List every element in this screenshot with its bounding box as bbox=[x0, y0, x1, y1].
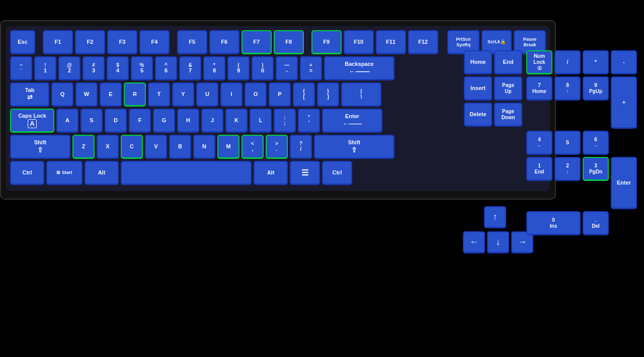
key-k[interactable]: K bbox=[225, 109, 248, 133]
key-semicolon[interactable]: : ; bbox=[274, 109, 296, 133]
key-g[interactable]: G bbox=[153, 109, 175, 133]
key-2[interactable]: @ 2 bbox=[58, 56, 80, 80]
key-num-del[interactable]: .Del bbox=[583, 211, 609, 235]
key-f5[interactable]: F5 bbox=[177, 30, 207, 54]
key-num-sub[interactable]: - bbox=[611, 50, 637, 74]
key-b[interactable]: B bbox=[169, 135, 191, 159]
key-3[interactable]: # 3 bbox=[83, 56, 105, 80]
key-num-add[interactable]: + bbox=[611, 76, 637, 129]
key-f8[interactable]: F8 bbox=[274, 30, 304, 54]
key-o[interactable]: O bbox=[245, 82, 267, 107]
key-e[interactable]: E bbox=[100, 82, 122, 107]
key-f6[interactable]: F6 bbox=[209, 30, 239, 54]
key-end[interactable]: End bbox=[494, 50, 522, 74]
key-ctrl-left[interactable]: Ctrl bbox=[10, 161, 44, 185]
key-insert[interactable]: Insert bbox=[464, 76, 492, 101]
key-alt-left[interactable]: Alt bbox=[85, 161, 119, 185]
key-num6[interactable]: 6→ bbox=[583, 131, 609, 155]
key-pagedown[interactable]: PageDown bbox=[494, 103, 522, 127]
key-0[interactable]: ) 0 bbox=[252, 56, 274, 80]
key-c[interactable]: C bbox=[121, 135, 143, 159]
key-backspace[interactable]: Backspace ←—— bbox=[324, 56, 394, 80]
key-shift-right[interactable]: Shift ⇧ bbox=[314, 135, 394, 159]
key-arrow-up[interactable]: ↑ bbox=[484, 206, 506, 228]
key-i[interactable]: I bbox=[220, 82, 243, 107]
key-menu[interactable]: ☰ bbox=[290, 161, 320, 185]
key-a[interactable]: A bbox=[56, 109, 78, 133]
key-1[interactable]: ! 1 bbox=[34, 56, 56, 80]
key-num7[interactable]: 7Home bbox=[526, 76, 552, 101]
key-delete[interactable]: Delete bbox=[464, 103, 492, 127]
key-backslash[interactable]: | \ bbox=[341, 82, 381, 107]
key-q[interactable]: Q bbox=[51, 82, 73, 107]
key-equals[interactable]: + = bbox=[300, 56, 322, 80]
key-num4[interactable]: 4← bbox=[526, 131, 552, 155]
key-l[interactable]: L bbox=[250, 109, 272, 133]
key-6[interactable]: ^ 6 bbox=[155, 56, 177, 80]
key-5[interactable]: % 5 bbox=[131, 56, 153, 80]
bottom-row: Ctrl ⊞ Start Alt Alt ☰ Ctrl bbox=[10, 161, 546, 185]
key-ctrl-right[interactable]: Ctrl bbox=[322, 161, 352, 185]
key-home[interactable]: Home bbox=[464, 50, 492, 74]
key-enter[interactable]: Enter ←—— bbox=[322, 109, 382, 133]
key-r[interactable]: R bbox=[124, 82, 146, 107]
key-num0[interactable]: 0Ins bbox=[526, 211, 581, 235]
key-num2[interactable]: 2↓ bbox=[554, 157, 581, 181]
key-shift-left[interactable]: Shift ⇧ bbox=[10, 135, 70, 159]
key-f1[interactable]: F1 bbox=[43, 30, 73, 54]
key-num-enter[interactable]: Enter bbox=[611, 157, 637, 209]
key-f3[interactable]: F3 bbox=[107, 30, 137, 54]
key-comma[interactable]: < , bbox=[242, 135, 264, 159]
key-9[interactable]: ( 9 bbox=[227, 56, 250, 80]
key-num-mul[interactable]: * bbox=[583, 50, 609, 74]
key-slash[interactable]: ? / bbox=[290, 135, 312, 159]
key-j[interactable]: J bbox=[201, 109, 223, 133]
key-capslock[interactable]: Caps Lock A bbox=[10, 109, 54, 133]
key-space[interactable] bbox=[121, 161, 252, 185]
key-num1[interactable]: 1End bbox=[526, 157, 552, 181]
key-period[interactable]: > . bbox=[266, 135, 288, 159]
key-z[interactable]: Z bbox=[72, 135, 95, 159]
key-windows[interactable]: ⊞ Start bbox=[46, 161, 83, 185]
key-f11[interactable]: F11 bbox=[376, 30, 406, 54]
key-d[interactable]: D bbox=[105, 109, 127, 133]
key-n[interactable]: N bbox=[193, 135, 215, 159]
key-f[interactable]: F bbox=[129, 109, 151, 133]
key-rbracket[interactable]: } ] bbox=[317, 82, 339, 107]
key-4[interactable]: $ 4 bbox=[107, 56, 129, 80]
key-f12[interactable]: F12 bbox=[408, 30, 438, 54]
key-num8[interactable]: 8↑ bbox=[554, 76, 581, 101]
key-num9[interactable]: 9PgUp bbox=[583, 76, 609, 101]
key-s[interactable]: S bbox=[80, 109, 103, 133]
key-f9[interactable]: F9 bbox=[311, 30, 342, 54]
key-tab[interactable]: Tab ⇄ bbox=[10, 82, 49, 107]
key-v[interactable]: V bbox=[145, 135, 167, 159]
key-tilde[interactable]: ~ ` bbox=[10, 56, 32, 80]
key-f10[interactable]: F10 bbox=[344, 30, 374, 54]
key-arrow-left[interactable]: ← bbox=[463, 231, 485, 253]
key-esc[interactable]: Esc bbox=[10, 30, 35, 54]
key-p[interactable]: P bbox=[269, 82, 291, 107]
key-f2[interactable]: F2 bbox=[75, 30, 105, 54]
key-num3[interactable]: 3PgDn bbox=[583, 157, 609, 181]
key-minus[interactable]: — - bbox=[276, 56, 298, 80]
key-f7[interactable]: F7 bbox=[242, 30, 272, 54]
key-y[interactable]: Y bbox=[172, 82, 194, 107]
key-t[interactable]: T bbox=[148, 82, 170, 107]
key-arrow-down[interactable]: ↓ bbox=[487, 231, 509, 253]
key-m[interactable]: M bbox=[217, 135, 239, 159]
key-numlock[interactable]: NumLock① bbox=[526, 50, 552, 74]
key-u[interactable]: U bbox=[196, 82, 218, 107]
key-w[interactable]: W bbox=[75, 82, 98, 107]
key-alt-right[interactable]: Alt bbox=[254, 161, 288, 185]
key-pageup[interactable]: PageUp bbox=[494, 76, 522, 101]
key-lbracket[interactable]: { [ bbox=[293, 82, 315, 107]
key-quote[interactable]: " ' bbox=[298, 109, 320, 133]
key-h[interactable]: H bbox=[177, 109, 199, 133]
key-x[interactable]: X bbox=[97, 135, 119, 159]
key-7[interactable]: & 7 bbox=[179, 56, 201, 80]
key-num5[interactable]: 5 bbox=[554, 131, 581, 155]
key-f4[interactable]: F4 bbox=[139, 30, 170, 54]
key-num-div[interactable]: / bbox=[554, 50, 581, 74]
key-8[interactable]: * 8 bbox=[203, 56, 225, 80]
